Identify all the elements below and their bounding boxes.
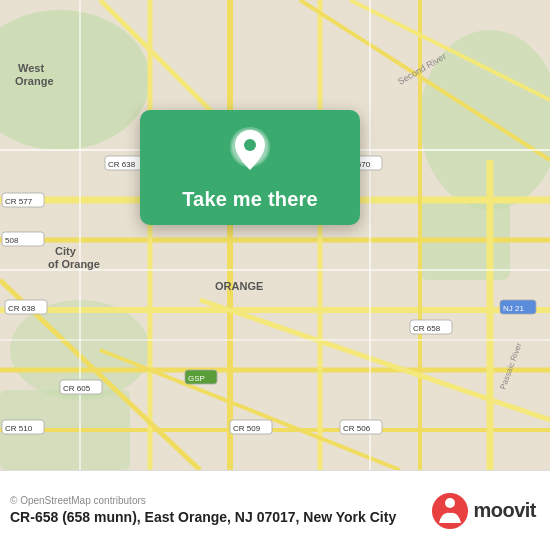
svg-text:Orange: Orange: [15, 75, 54, 87]
attribution-text: © OpenStreetMap contributors: [10, 495, 396, 506]
pin-icon: [229, 126, 271, 176]
svg-point-60: [244, 139, 256, 151]
svg-text:of Orange: of Orange: [48, 258, 100, 270]
svg-text:CR 506: CR 506: [343, 424, 371, 433]
svg-text:CR 605: CR 605: [63, 384, 91, 393]
moovit-logo: moovit: [432, 493, 536, 529]
svg-text:CR 638: CR 638: [8, 304, 36, 313]
svg-text:GSP: GSP: [188, 374, 205, 383]
location-popup: Take me there: [140, 110, 360, 225]
moovit-brand-text: moovit: [473, 499, 536, 522]
svg-text:NJ 21: NJ 21: [503, 304, 524, 313]
svg-text:CR 509: CR 509: [233, 424, 261, 433]
bottom-left: © OpenStreetMap contributors CR-658 (658…: [10, 495, 396, 526]
pin-icon-wrap: [229, 126, 271, 180]
location-name: CR-658 (658 munn), East Orange, NJ 07017…: [10, 508, 396, 526]
svg-text:ORANGE: ORANGE: [215, 280, 263, 292]
svg-text:CR 510: CR 510: [5, 424, 33, 433]
svg-point-62: [445, 498, 455, 508]
svg-text:508: 508: [5, 236, 19, 245]
moovit-brand-icon: [432, 493, 468, 529]
map-container: CR 577 CR 638 CR 638 CR 670 508 CR 605 C…: [0, 0, 550, 470]
bottom-bar: © OpenStreetMap contributors CR-658 (658…: [0, 470, 550, 550]
svg-text:CR 577: CR 577: [5, 197, 33, 206]
take-me-there-button[interactable]: Take me there: [182, 188, 318, 211]
svg-text:West: West: [18, 62, 44, 74]
svg-text:CR 638: CR 638: [108, 160, 136, 169]
app: CR 577 CR 638 CR 638 CR 670 508 CR 605 C…: [0, 0, 550, 550]
svg-text:City: City: [55, 245, 77, 257]
svg-text:CR 658: CR 658: [413, 324, 441, 333]
map-svg: CR 577 CR 638 CR 638 CR 670 508 CR 605 C…: [0, 0, 550, 470]
